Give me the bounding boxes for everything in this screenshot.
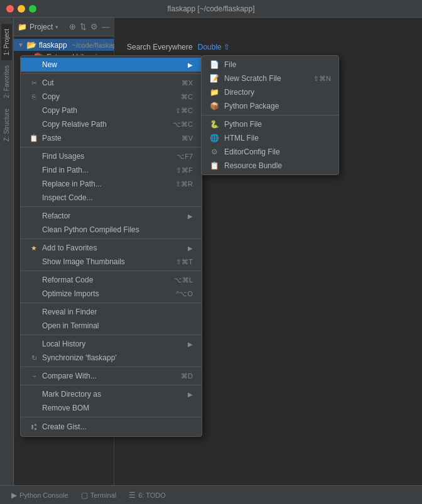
menu-item-remove-bom-left: Remove BOM: [30, 404, 89, 412]
gist-icon: ⑆: [30, 422, 38, 432]
sidebar-header-icons: ⊕ ⇅ ⚙ —: [69, 22, 110, 31]
menu-item-history-left: Local History: [30, 340, 85, 348]
tab-python-console[interactable]: ▶ Python Console: [5, 486, 75, 504]
menu-item-terminal-label: Open in Terminal: [42, 321, 99, 330]
menu-separator-5: [21, 271, 202, 271]
submenu-item-dir-label: Directory: [224, 88, 254, 97]
menu-item-copy-rel-label: Copy Relative Path: [42, 120, 107, 129]
menu-item-replace-path[interactable]: Replace in Path... ⇧⌘R: [21, 177, 202, 191]
menu-item-inspect-left: Inspect Code...: [30, 193, 93, 202]
scratch-shortcut: ⇧⌘N: [313, 75, 331, 83]
submenu-item-dir-left: 📁 Directory: [209, 88, 254, 97]
menu-item-reveal-finder[interactable]: Reveal in Finder: [21, 305, 202, 319]
menu-item-thumbnails-label: Show Image Thumbnails: [42, 257, 125, 266]
menu-separator-7: [21, 335, 202, 335]
submenu-item-scratch-left: 📝 New Scratch File: [209, 74, 281, 83]
menu-item-copy-rel-path[interactable]: Copy Relative Path ⌥⌘C: [21, 117, 202, 131]
submenu-item-bundle-left: 📋 Resource Bundle: [209, 161, 282, 170]
tree-item-path: ~/code/flaskapp: [72, 41, 121, 49]
menu-item-inspect-label: Inspect Code...: [42, 193, 93, 202]
menu-item-create-gist[interactable]: ⑆ Create Gist...: [21, 419, 202, 434]
menu-item-remove-bom[interactable]: Remove BOM: [21, 401, 202, 415]
terminal-label: Terminal: [90, 491, 117, 499]
menu-item-compare-left: → Compare With...: [30, 372, 97, 380]
menu-separator-9: [21, 385, 202, 385]
menu-item-compare-with[interactable]: → Compare With... ⌘D: [21, 369, 202, 383]
menu-item-show-thumbnails[interactable]: Show Image Thumbnails ⇧⌘T: [21, 255, 202, 269]
menu-item-new-left: New: [30, 60, 57, 69]
close-button[interactable]: [6, 5, 14, 13]
search-everywhere-label: Search Everywhere: [127, 43, 193, 51]
settings-icon[interactable]: ⚙: [90, 22, 98, 31]
menu-item-reformat[interactable]: Reformat Code ⌥⌘L: [21, 273, 202, 287]
submenu-item-editor-label: EditorConfig File: [224, 147, 280, 156]
copy-path-shortcut: ⇧⌘C: [175, 107, 193, 115]
folder-open-icon: 📂: [26, 40, 36, 50]
menu-separator-6: [21, 303, 202, 303]
find-path-shortcut: ⇧⌘F: [176, 166, 193, 174]
html-file-icon: 🌐: [209, 134, 219, 142]
menu-item-find-path-left: Find in Path...: [30, 166, 89, 174]
menu-item-local-history[interactable]: Local History ▶: [21, 337, 202, 351]
menu-separator-10: [21, 417, 202, 417]
submenu-new: 📄 File 📝 New Scratch File ⇧⌘N 📁 Director…: [201, 55, 339, 175]
submenu-item-html-file[interactable]: 🌐 HTML File: [202, 131, 338, 145]
submenu-arrow-icon: ▶: [188, 62, 193, 68]
submenu-item-directory[interactable]: 📁 Directory: [202, 85, 338, 99]
sidebar-item-structure[interactable]: Z: Structure: [1, 104, 12, 146]
submenu-item-editorconfig[interactable]: ⚙ EditorConfig File: [202, 145, 338, 159]
submenu-item-file-left: 📄 File: [209, 60, 236, 69]
menu-item-synchronize[interactable]: ↻ Synchronize 'flaskapp': [21, 351, 202, 365]
menu-item-clean-python[interactable]: Clean Python Compiled Files: [21, 223, 202, 237]
menu-item-refactor[interactable]: Refactor ▶: [21, 209, 202, 223]
cut-icon: ✂: [30, 79, 38, 87]
history-arrow-icon: ▶: [188, 341, 193, 348]
main-layout: 1: Project 2: Favorites Z: Structure 📁 P…: [0, 18, 422, 485]
menu-item-refactor-left: Refactor: [30, 212, 70, 220]
terminal-tab-icon: ▢: [81, 491, 88, 500]
submenu-item-file[interactable]: 📄 File: [202, 58, 338, 72]
collapse-icon[interactable]: —: [102, 22, 110, 31]
submenu-item-resource-bundle[interactable]: 📋 Resource Bundle: [202, 159, 338, 173]
sidebar-item-favorites[interactable]: 2: Favorites: [1, 60, 12, 103]
sidebar-item-project[interactable]: 1: Project: [1, 24, 12, 60]
favorites-icon: ★: [30, 244, 38, 252]
menu-item-mark-directory[interactable]: Mark Directory as ▶: [21, 387, 202, 401]
menu-item-gist-left: ⑆ Create Gist...: [30, 422, 87, 432]
tab-terminal[interactable]: ▢ Terminal: [75, 486, 123, 504]
submenu-item-scratch-file[interactable]: 📝 New Scratch File ⇧⌘N: [202, 72, 338, 85]
thumbnails-shortcut: ⇧⌘T: [176, 258, 193, 266]
menu-item-optimize-imports[interactable]: Optimize Imports ^⌥O: [21, 287, 202, 301]
minimize-button[interactable]: [18, 5, 25, 13]
add-content-icon[interactable]: ⊕: [69, 22, 76, 31]
menu-item-cut-left: ✂ Cut: [30, 78, 54, 87]
menu-item-inspect-code[interactable]: Inspect Code...: [21, 191, 202, 205]
menu-item-find-path-label: Find in Path...: [42, 166, 89, 174]
menu-item-reveal-left: Reveal in Finder: [30, 308, 97, 316]
sort-icon[interactable]: ⇅: [80, 22, 87, 31]
menu-item-new[interactable]: New ▶: [21, 58, 202, 72]
menu-item-copy-path[interactable]: Copy Path ⇧⌘C: [21, 104, 202, 117]
menu-item-find-usages-left: Find Usages: [30, 152, 84, 161]
menu-item-copy-label: Copy: [42, 92, 60, 101]
submenu-item-python-file[interactable]: 🐍 Python File: [202, 117, 338, 131]
window-controls: [6, 5, 36, 13]
menu-item-cut[interactable]: ✂ Cut ⌘X: [21, 76, 202, 90]
menu-item-add-favorites[interactable]: ★ Add to Favorites ▶: [21, 241, 202, 255]
menu-item-optimize-label: Optimize Imports: [42, 289, 99, 298]
menu-item-open-terminal[interactable]: Open in Terminal: [21, 319, 202, 333]
tree-item-flaskapp[interactable]: ▼ 📂 flaskapp ~/code/flaskapp: [14, 39, 114, 51]
maximize-button[interactable]: [29, 5, 36, 13]
menu-item-mark-left: Mark Directory as: [30, 390, 101, 399]
python-console-label: Python Console: [19, 491, 68, 499]
menu-item-paste[interactable]: 📋 Paste ⌘V: [21, 131, 202, 145]
menu-item-thumbnails-left: Show Image Thumbnails: [30, 257, 125, 266]
menu-item-copy[interactable]: ⎘ Copy ⌘C: [21, 90, 202, 104]
expand-arrow-icon: ▼: [18, 41, 24, 48]
tab-todo[interactable]: ☰ 6: TODO: [122, 486, 172, 504]
menu-item-find-path[interactable]: Find in Path... ⇧⌘F: [21, 163, 202, 177]
submenu-item-python-package[interactable]: 📦 Python Package: [202, 99, 338, 113]
menu-item-find-usages[interactable]: Find Usages ⌥F7: [21, 149, 202, 163]
todo-label: 6: TODO: [138, 491, 166, 499]
submenu-item-bundle-label: Resource Bundle: [224, 161, 282, 170]
